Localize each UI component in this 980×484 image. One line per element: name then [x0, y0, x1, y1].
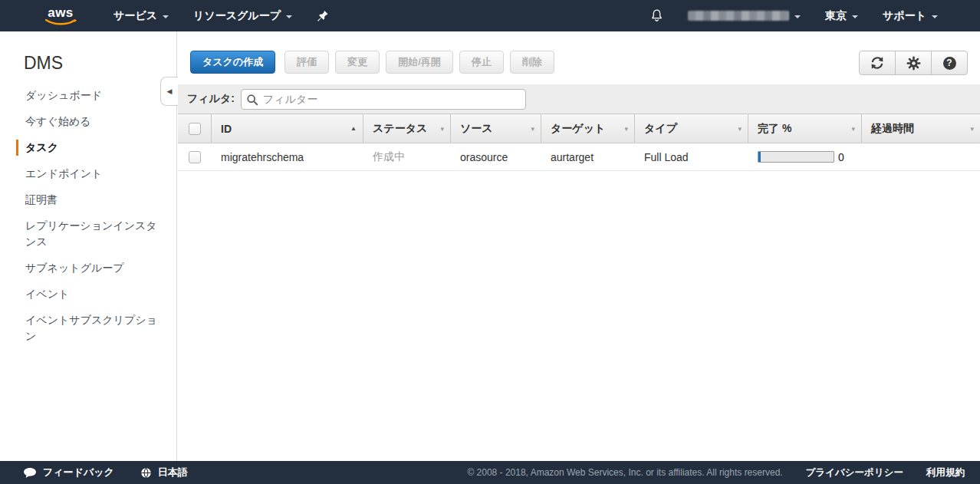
support-menu[interactable]: サポート: [883, 9, 938, 23]
chevron-down-icon: [852, 15, 858, 18]
filter-bar: フィルタ:: [178, 84, 980, 114]
modify-button[interactable]: 変更: [335, 51, 380, 74]
speech-bubble-icon: [23, 467, 37, 479]
nav-resource-groups-menu[interactable]: リソースグループ: [193, 9, 292, 23]
pushpin-icon[interactable]: [317, 10, 328, 22]
footer-right-group: © 2008 - 2018, Amazon Web Services, Inc.…: [467, 466, 965, 479]
cell-task-id: migratehrschema: [212, 151, 363, 163]
help-icon: ?: [943, 57, 956, 70]
filter-search-wrap: [241, 89, 526, 110]
row-check-cell: [178, 151, 212, 163]
header-select-all-cell: [178, 114, 212, 143]
stop-button[interactable]: 停止: [459, 51, 504, 74]
assess-button[interactable]: 評価: [284, 51, 329, 74]
chevron-down-icon: [286, 15, 292, 18]
column-caret-icon[interactable]: ▾: [970, 125, 974, 133]
cell-task-source: orasource: [451, 151, 541, 163]
task-row[interactable]: migratehrschema 作成中 orasource aurtarget …: [178, 143, 980, 171]
create-task-button[interactable]: タスクの作成: [190, 51, 275, 74]
sidebar-item-certificates[interactable]: 証明書: [16, 192, 176, 208]
chevron-down-icon: [932, 15, 938, 18]
nav-left-group: サービス リソースグループ: [113, 9, 353, 23]
privacy-policy-link[interactable]: プライバシーポリシー: [806, 466, 903, 479]
progress-value: 0: [838, 151, 844, 163]
feedback-button[interactable]: フィードバック: [23, 466, 114, 479]
notifications-bell-icon[interactable]: [650, 8, 663, 23]
support-label: サポート: [883, 9, 926, 23]
footer-left-group: フィードバック 日本語: [23, 466, 188, 479]
column-header-source[interactable]: ソース ▾: [451, 114, 541, 143]
region-label: 東京: [825, 9, 847, 23]
settings-gear-button[interactable]: [895, 51, 932, 75]
sidebar-item-subnet-groups[interactable]: サブネットグループ: [16, 260, 176, 276]
copyright-text: © 2008 - 2018, Amazon Web Services, Inc.…: [467, 467, 782, 478]
sidebar-item-get-started[interactable]: 今すぐ始める: [16, 114, 176, 130]
cell-task-target: aurtarget: [541, 151, 635, 163]
sidebar: DMS ダッシュボード 今すぐ始める タスク エンドポイント 証明書 レプリケー…: [0, 31, 177, 461]
account-menu[interactable]: [688, 11, 801, 21]
sidebar-item-dashboard[interactable]: ダッシュボード: [16, 87, 176, 104]
tasks-table: ID ▲ ステータス ▾ ソース ▾ ターゲット ▾ タイプ ▾ 完了 % ▾: [178, 114, 980, 171]
table-header-row: ID ▲ ステータス ▾ ソース ▾ ターゲット ▾ タイプ ▾ 完了 % ▾: [178, 114, 980, 143]
column-header-type[interactable]: タイプ ▾: [635, 114, 748, 143]
globe-icon: [140, 467, 152, 479]
sidebar-item-event-subscriptions[interactable]: イベントサブスクリプション: [16, 312, 176, 344]
sidebar-item-replication-instances[interactable]: レプリケーションインスタンス: [16, 218, 176, 250]
region-menu[interactable]: 東京: [825, 9, 858, 23]
search-icon: [246, 94, 258, 106]
nav-services-menu[interactable]: サービス: [113, 9, 169, 23]
refresh-icon: [870, 55, 885, 71]
column-caret-icon[interactable]: ▾: [738, 125, 742, 133]
filter-label: フィルタ:: [187, 92, 235, 106]
column-header-status[interactable]: ステータス ▾: [363, 114, 451, 143]
task-toolbar: タスクの作成 評価 変更 開始/再開 停止 削除: [178, 31, 980, 74]
nav-resource-groups-label: リソースグループ: [193, 9, 281, 23]
main-content: タスクの作成 評価 変更 開始/再開 停止 削除: [178, 31, 980, 461]
column-header-elapsed-time[interactable]: 経過時間 ▾: [862, 114, 980, 143]
nav-right-group: 東京 サポート: [626, 8, 938, 23]
column-caret-icon[interactable]: ▾: [851, 125, 855, 133]
column-header-id[interactable]: ID ▲: [212, 114, 363, 143]
sidebar-item-endpoints[interactable]: エンドポイント: [16, 166, 176, 182]
start-resume-button[interactable]: 開始/再開: [386, 51, 453, 74]
sidebar-collapse-toggle[interactable]: ◀: [160, 77, 178, 106]
service-title: DMS: [24, 53, 176, 74]
chevron-down-icon: [163, 15, 169, 18]
progress-bar-fill: [758, 152, 761, 162]
cell-task-progress: 0: [748, 151, 862, 163]
footer-bar: フィードバック 日本語 © 2008 - 2018, Amazon Web Se…: [0, 461, 980, 484]
sidebar-item-tasks[interactable]: タスク: [16, 140, 176, 156]
feedback-label: フィードバック: [43, 466, 114, 479]
account-name-redacted: [688, 11, 789, 21]
cell-task-status: 作成中: [363, 150, 451, 164]
cell-task-type: Full Load: [635, 151, 748, 163]
column-caret-icon[interactable]: ▾: [531, 125, 534, 133]
row-checkbox[interactable]: [189, 151, 201, 163]
aws-logo[interactable]: aws: [44, 7, 77, 25]
utility-button-group: ?: [859, 51, 968, 75]
chevron-down-icon: [794, 15, 801, 18]
top-navigation-bar: aws サービス リソースグループ: [0, 0, 980, 31]
language-button[interactable]: 日本語: [140, 466, 188, 479]
column-header-target[interactable]: ターゲット ▾: [541, 114, 635, 143]
aws-logo-text: aws: [48, 7, 74, 18]
refresh-button[interactable]: [859, 51, 896, 75]
language-label: 日本語: [158, 466, 188, 479]
aws-smile-swoosh-icon: [44, 18, 77, 25]
select-all-checkbox[interactable]: [189, 123, 201, 135]
progress-bar: [758, 151, 834, 163]
column-caret-icon[interactable]: ▾: [440, 125, 444, 133]
gear-icon: [906, 56, 921, 71]
help-button[interactable]: ?: [931, 51, 968, 75]
column-header-complete-pct[interactable]: 完了 % ▾: [748, 114, 862, 143]
terms-of-use-link[interactable]: 利用規約: [926, 466, 965, 479]
column-caret-icon[interactable]: ▾: [624, 125, 628, 133]
sort-ascending-icon[interactable]: ▲: [350, 125, 357, 132]
sidebar-item-events[interactable]: イベント: [16, 286, 176, 302]
sidebar-nav-list: ダッシュボード 今すぐ始める タスク エンドポイント 証明書 レプリケーションイ…: [0, 87, 176, 344]
nav-services-label: サービス: [113, 9, 157, 23]
collapse-left-icon: ◀: [167, 87, 173, 95]
filter-input[interactable]: [241, 89, 526, 110]
delete-button[interactable]: 削除: [510, 51, 554, 74]
